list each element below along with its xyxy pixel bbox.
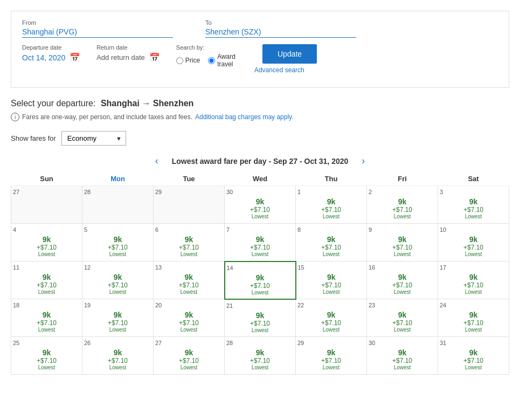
calendar-cell-1-5[interactable]: 9 9k +$7.10 Lowest	[367, 224, 438, 261]
prev-month-arrow[interactable]: ‹	[152, 155, 161, 167]
fare-lowest: Lowest	[369, 364, 436, 370]
fare-cash: +$7.10	[84, 319, 151, 327]
fare-points: 9k	[13, 311, 80, 319]
calendar-cell-1-3[interactable]: 7 9k +$7.10 Lowest	[225, 224, 296, 261]
day-number: 9	[369, 226, 436, 233]
fare-lowest: Lowest	[440, 289, 507, 295]
calendar-cell-3-6[interactable]: 24 9k +$7.10 Lowest	[438, 299, 509, 337]
bag-charges-link[interactable]: Additional bag charges may apply.	[195, 113, 294, 121]
fare-cash: +$7.10	[369, 206, 436, 214]
calendar-cell-1-4[interactable]: 8 9k +$7.10 Lowest	[296, 224, 367, 261]
price-radio[interactable]	[176, 57, 183, 64]
award-radio[interactable]	[208, 57, 215, 64]
return-placeholder[interactable]: Add return date	[96, 53, 145, 61]
select-departure-label: Select your departure: Shanghai → Shenzh…	[11, 99, 193, 108]
calendar-cell-4-0[interactable]: 25 9k +$7.10 Lowest	[11, 337, 82, 375]
calendar-cell-2-3[interactable]: 14 9k +$7.10 Lowest	[225, 261, 296, 299]
calendar-cell-2-2[interactable]: 13 9k +$7.10 Lowest	[154, 261, 225, 299]
fare-cash: +$7.10	[155, 357, 223, 364]
calendar-cell-0-5[interactable]: 2 9k +$7.10 Lowest	[367, 186, 438, 224]
calendar-cell-3-0[interactable]: 18 9k +$7.10 Lowest	[11, 299, 82, 337]
calendar-cell-4-6[interactable]: 31 9k +$7.10 Lowest	[438, 337, 509, 375]
fare-cash: +$7.10	[297, 319, 365, 327]
award-radio-item[interactable]: Awardtravel	[208, 53, 235, 68]
calendar-cell-3-2[interactable]: 20 9k +$7.10 Lowest	[154, 299, 225, 337]
fare-points: 9k	[369, 235, 436, 244]
update-button[interactable]: Update	[262, 44, 317, 64]
fare-cash: +$7.10	[298, 281, 365, 289]
fare-cash: +$7.10	[155, 319, 223, 327]
fare-points: 9k	[297, 348, 365, 357]
fare-points: 9k	[13, 348, 80, 357]
advanced-search-link[interactable]: Advanced search	[254, 66, 304, 74]
update-section: Update Advanced search	[252, 44, 317, 74]
fare-points: 9k	[369, 311, 436, 319]
award-radio-label: Awardtravel	[217, 53, 235, 68]
calendar-cell-4-1[interactable]: 26 9k +$7.10 Lowest	[82, 337, 154, 375]
calendar-cell-1-2[interactable]: 6 9k +$7.10 Lowest	[154, 224, 225, 261]
day-number: 25	[13, 340, 80, 346]
calendar-cell-1-0[interactable]: 4 9k +$7.10 Lowest	[11, 224, 82, 261]
to-value[interactable]: Shenzhen (SZX)	[205, 27, 356, 38]
fare-lowest: Lowest	[369, 251, 436, 257]
day-number: 29	[297, 340, 365, 346]
info-icon: i	[11, 113, 19, 121]
calendar-cell-3-5[interactable]: 23 9k +$7.10 Lowest	[367, 299, 438, 337]
calendar-cell-2-1[interactable]: 12 9k +$7.10 Lowest	[82, 261, 154, 299]
calendar-cell-2-4[interactable]: 15 9k +$7.10 Lowest	[296, 261, 367, 299]
calendar-cell-4-2[interactable]: 27 9k +$7.10 Lowest	[154, 337, 225, 375]
fare-lowest: Lowest	[13, 251, 80, 257]
return-label: Return date	[96, 44, 160, 51]
calendar-cell-3-1[interactable]: 19 9k +$7.10 Lowest	[82, 299, 154, 337]
calendar-cell-0-6[interactable]: 3 9k +$7.10 Lowest	[438, 186, 509, 224]
calendar-cell-0-2: 29	[154, 186, 225, 224]
fare-cash: +$7.10	[369, 281, 436, 289]
calendar-cell-4-4[interactable]: 29 9k +$7.10 Lowest	[296, 337, 367, 375]
fare-lowest: Lowest	[84, 251, 151, 257]
fare-points: 9k	[226, 197, 294, 206]
fare-lowest: Lowest	[13, 364, 80, 370]
calendar-cell-0-0: 27	[11, 186, 82, 224]
fare-points: 9k	[155, 348, 223, 357]
fare-lowest: Lowest	[440, 327, 507, 333]
calendar-container: ‹ Lowest award fare per day - Sep 27 - O…	[11, 155, 509, 375]
calendar-cell-1-6[interactable]: 10 9k +$7.10 Lowest	[438, 224, 509, 261]
from-value[interactable]: Shanghai (PVG)	[22, 27, 173, 38]
day-number: 17	[440, 264, 507, 271]
fare-lowest: Lowest	[84, 364, 151, 370]
calendar-cell-3-3[interactable]: 21 9k +$7.10 Lowest	[225, 299, 296, 337]
calendar-cell-3-4[interactable]: 22 9k +$7.10 Lowest	[296, 299, 367, 337]
day-number: 28	[84, 189, 151, 195]
fare-points: 9k	[155, 311, 223, 319]
next-month-arrow[interactable]: ›	[359, 155, 368, 167]
day-header-tue: Tue	[154, 172, 225, 186]
calendar-cell-1-1[interactable]: 5 9k +$7.10 Lowest	[82, 224, 154, 261]
fare-points: 9k	[13, 273, 80, 281]
day-number: 26	[84, 340, 151, 346]
calendar-cell-0-4[interactable]: 1 9k +$7.10 Lowest	[296, 186, 367, 224]
calendar-cell-2-5[interactable]: 16 9k +$7.10 Lowest	[367, 261, 438, 299]
day-number: 23	[369, 302, 436, 308]
day-number: 7	[226, 226, 294, 233]
fare-lowest: Lowest	[226, 364, 294, 370]
calendar-cell-2-6[interactable]: 17 9k +$7.10 Lowest	[438, 261, 509, 299]
fare-lowest: Lowest	[440, 214, 507, 219]
calendar-cell-2-0[interactable]: 11 9k +$7.10 Lowest	[11, 261, 82, 299]
calendar-cell-4-3[interactable]: 28 9k +$7.10 Lowest	[225, 337, 296, 375]
fare-cash: +$7.10	[297, 244, 365, 251]
fare-class-select-wrapper[interactable]: Economy Business First	[61, 131, 126, 146]
departure-calendar-icon[interactable]: 📅	[70, 52, 80, 63]
fare-lowest: Lowest	[226, 327, 294, 333]
departure-date[interactable]: Oct 14, 2020	[22, 53, 65, 62]
day-number: 1	[297, 189, 365, 195]
fare-lowest: Lowest	[440, 251, 507, 257]
fare-points: 9k	[297, 235, 365, 244]
day-header-fri: Fri	[367, 172, 438, 186]
departure-field-group: Departure date Oct 14, 2020 📅	[22, 44, 80, 63]
fare-points: 9k	[227, 273, 294, 282]
fare-class-select[interactable]: Economy Business First	[61, 131, 126, 146]
return-calendar-icon[interactable]: 📅	[149, 52, 160, 63]
price-radio-item[interactable]: Price	[176, 57, 200, 64]
calendar-cell-0-3[interactable]: 30 9k +$7.10 Lowest	[225, 186, 296, 224]
calendar-cell-4-5[interactable]: 30 9k +$7.10 Lowest	[367, 337, 438, 375]
